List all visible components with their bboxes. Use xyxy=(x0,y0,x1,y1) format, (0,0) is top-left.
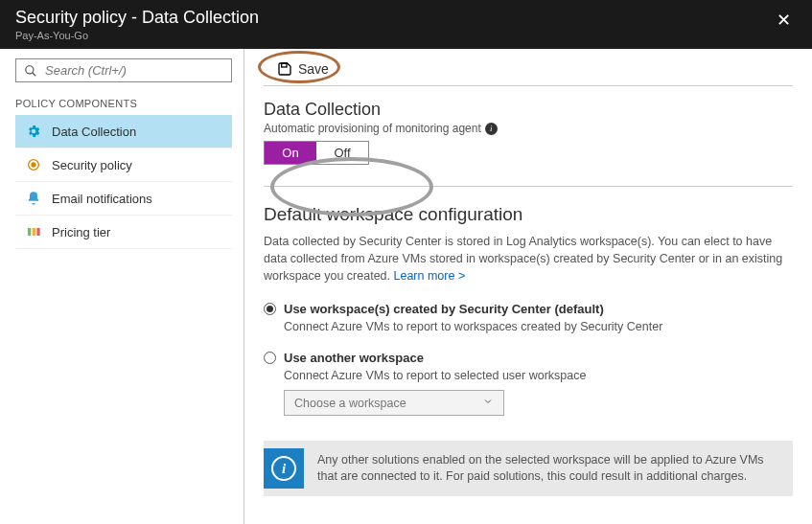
svg-point-3 xyxy=(32,163,35,167)
provisioning-toggle[interactable]: On Off xyxy=(264,141,369,165)
radio-sub: Connect Azure VMs to report to selected … xyxy=(284,369,793,382)
shield-icon xyxy=(25,156,42,173)
save-label: Save xyxy=(298,61,329,77)
info-banner: i Any other solutions enabled on the sel… xyxy=(264,441,793,496)
sidebar-item-data-collection[interactable]: Data Collection xyxy=(15,115,232,148)
radio-icon xyxy=(264,352,276,364)
search-icon xyxy=(24,64,37,78)
section-title-data-collection: Data Collection xyxy=(264,100,793,120)
radio-another-workspace[interactable]: Use another workspace xyxy=(264,351,793,365)
svg-point-0 xyxy=(26,65,34,73)
sidebar-item-label: Pricing tier xyxy=(52,225,110,239)
toggle-on[interactable]: On xyxy=(265,142,316,164)
chevron-down-icon xyxy=(482,396,494,410)
bell-icon xyxy=(25,190,42,207)
sidebar-item-email-notifications[interactable]: Email notifications xyxy=(15,182,232,216)
header-bar: Security policy - Data Collection Pay-As… xyxy=(0,0,812,49)
info-icon[interactable]: i xyxy=(485,123,498,135)
svg-line-1 xyxy=(33,72,36,76)
pricing-icon xyxy=(25,223,42,240)
close-icon[interactable]: ✕ xyxy=(771,8,797,33)
learn-more-link[interactable]: Learn more > xyxy=(394,269,466,283)
save-icon xyxy=(277,61,292,77)
sidebar-item-label: Data Collection xyxy=(52,125,136,139)
info-banner-icon: i xyxy=(264,448,304,489)
page-subtitle: Pay-As-You-Go xyxy=(15,30,259,41)
sidebar: POLICY COMPONENTS Data Collection Securi… xyxy=(0,49,244,524)
sidebar-item-security-policy[interactable]: Security policy xyxy=(15,148,232,182)
radio-icon xyxy=(264,303,276,315)
search-input[interactable] xyxy=(15,58,232,82)
dropdown-placeholder: Choose a workspace xyxy=(294,397,406,410)
radio-label: Use workspace(s) created by Security Cen… xyxy=(284,302,604,316)
svg-rect-5 xyxy=(33,228,35,236)
section-title-workspace: Default workspace configuration xyxy=(264,204,793,225)
workspace-dropdown[interactable]: Choose a workspace xyxy=(284,390,504,416)
radio-default-workspace[interactable]: Use workspace(s) created by Security Cen… xyxy=(264,302,793,316)
sidebar-item-label: Email notifications xyxy=(52,192,152,206)
sidebar-section-label: POLICY COMPONENTS xyxy=(15,98,232,109)
section-desc-data-collection: Automatic provisioning of monitoring age… xyxy=(264,122,793,135)
svg-rect-4 xyxy=(28,228,31,236)
divider xyxy=(264,186,793,187)
gear-icon xyxy=(25,123,42,140)
svg-rect-6 xyxy=(36,228,39,236)
main-panel: Save Data Collection Automatic provision… xyxy=(244,49,812,524)
sidebar-item-label: Security policy xyxy=(52,158,132,172)
info-banner-text: Any other solutions enabled on the selec… xyxy=(317,452,779,486)
toggle-off[interactable]: Off xyxy=(316,142,368,164)
search-field[interactable] xyxy=(45,63,223,78)
radio-sub: Connect Azure VMs to report to workspace… xyxy=(284,320,793,333)
radio-label: Use another workspace xyxy=(284,351,424,365)
section-desc-workspace: Data collected by Security Center is sto… xyxy=(264,233,793,285)
toolbar: Save xyxy=(264,58,793,86)
svg-rect-7 xyxy=(282,63,287,67)
sidebar-item-pricing-tier[interactable]: Pricing tier xyxy=(15,216,232,249)
page-title: Security policy - Data Collection xyxy=(15,8,259,28)
save-button[interactable]: Save xyxy=(264,58,342,80)
